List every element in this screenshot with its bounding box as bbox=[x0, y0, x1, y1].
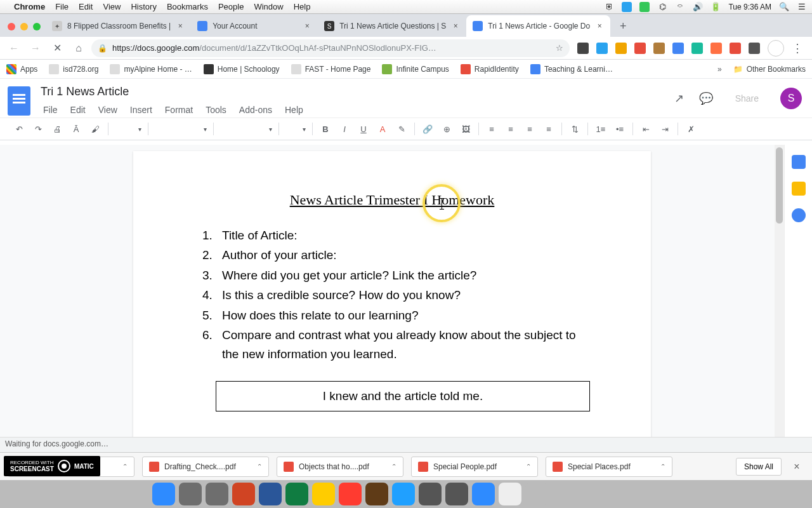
dock-app-icon[interactable] bbox=[259, 483, 282, 505]
profile-button[interactable] bbox=[768, 40, 784, 57]
docs-menu-edit[interactable]: Edit bbox=[65, 102, 91, 117]
forward-button[interactable]: → bbox=[27, 39, 44, 57]
browser-tab[interactable]: Your Account × bbox=[191, 15, 318, 37]
styles-dropdown[interactable] bbox=[152, 121, 209, 137]
scrollbar-thumb[interactable] bbox=[776, 147, 783, 224]
activity-icon[interactable]: ↗ bbox=[672, 91, 687, 106]
font-dropdown[interactable] bbox=[218, 121, 275, 137]
show-all-downloads-button[interactable]: Show All bbox=[736, 458, 782, 476]
bookmark-item[interactable]: FAST - Home Page bbox=[291, 64, 371, 74]
dock-app-icon[interactable] bbox=[365, 483, 388, 505]
fontsize-dropdown[interactable] bbox=[283, 121, 308, 137]
browser-tab[interactable]: S Tri 1 News Article Questions | S × bbox=[318, 15, 466, 37]
tab-close-button[interactable]: × bbox=[451, 22, 460, 30]
bookmark-star-icon[interactable]: ☆ bbox=[556, 43, 563, 53]
extension-icon[interactable] bbox=[691, 43, 703, 54]
dock-app-icon[interactable] bbox=[472, 483, 495, 505]
list-item[interactable]: Compare and contrast what you already kn… bbox=[216, 326, 590, 363]
home-button[interactable]: ⌂ bbox=[70, 39, 88, 57]
undo-button[interactable]: ↶ bbox=[10, 120, 28, 138]
align-left-button[interactable]: ≡ bbox=[483, 120, 501, 138]
bookmarks-overflow-button[interactable]: » bbox=[717, 65, 722, 74]
clear-formatting-button[interactable]: ✗ bbox=[682, 120, 700, 138]
extension-icon[interactable] bbox=[749, 43, 760, 54]
docs-menu-format[interactable]: Format bbox=[160, 102, 198, 117]
highlight-button[interactable]: ✎ bbox=[393, 120, 410, 138]
dock-app-icon[interactable] bbox=[419, 483, 442, 505]
calendar-addon-icon[interactable] bbox=[792, 155, 806, 169]
bulleted-list-button[interactable]: •≡ bbox=[611, 120, 629, 138]
document-list[interactable]: Title of Article:Author of your article:… bbox=[194, 226, 590, 363]
download-menu-button[interactable]: ⌃ bbox=[122, 463, 128, 470]
docs-logo-icon[interactable] bbox=[8, 86, 30, 116]
bookmark-item[interactable]: isd728.org bbox=[49, 64, 98, 74]
bookmark-item[interactable]: Infinite Campus bbox=[382, 64, 449, 74]
apps-button[interactable]: Apps bbox=[6, 64, 37, 74]
dock-app-icon[interactable] bbox=[499, 483, 521, 505]
tab-close-button[interactable]: × bbox=[303, 22, 311, 30]
numbered-list-button[interactable]: 1≡ bbox=[592, 120, 610, 138]
list-item[interactable]: How does this relate to our learning? bbox=[216, 306, 590, 324]
document-title-input[interactable]: Tri 1 News Article bbox=[38, 84, 664, 100]
menu-file[interactable]: File bbox=[55, 2, 69, 11]
extension-icon[interactable] bbox=[710, 43, 722, 54]
download-menu-button[interactable]: ⌃ bbox=[526, 463, 531, 470]
battery-icon[interactable]: 🔋 bbox=[710, 2, 721, 12]
dock-app-icon[interactable] bbox=[525, 483, 548, 505]
dock-app-icon[interactable] bbox=[392, 483, 415, 505]
bold-button[interactable]: B bbox=[317, 120, 334, 138]
address-bar[interactable]: 🔒 https://docs.google.com/document/d/1aZ… bbox=[91, 39, 570, 57]
dock-app-icon[interactable] bbox=[445, 483, 468, 505]
download-item[interactable]: Special Places.pdf⌃ bbox=[546, 457, 672, 477]
share-button[interactable]: Share bbox=[725, 88, 769, 109]
decrease-indent-button[interactable]: ⇤ bbox=[637, 120, 655, 138]
dock-app-icon[interactable] bbox=[179, 483, 202, 505]
list-item[interactable]: Is this a credible source? How do you kn… bbox=[216, 286, 590, 304]
tab-close-button[interactable]: × bbox=[176, 22, 185, 30]
spellcheck-button[interactable]: Ā bbox=[67, 120, 85, 138]
extension-icon[interactable] bbox=[730, 43, 741, 54]
wifi-icon[interactable]: ⌔ bbox=[675, 2, 685, 12]
dock-app-icon[interactable] bbox=[232, 483, 255, 505]
menu-bookmarks[interactable]: Bookmarks bbox=[167, 2, 208, 11]
status-shield-icon[interactable]: ⛨ bbox=[604, 2, 614, 12]
extension-icon[interactable] bbox=[615, 43, 627, 54]
docs-menu-addons[interactable]: Add-ons bbox=[234, 102, 277, 117]
window-minimize-button[interactable] bbox=[20, 23, 28, 30]
window-close-button[interactable] bbox=[8, 23, 15, 30]
status-jamf-icon[interactable] bbox=[639, 2, 650, 12]
menu-window[interactable]: Window bbox=[254, 2, 283, 11]
list-item[interactable]: Where did you get your article? Link the… bbox=[216, 266, 590, 284]
docs-menu-file[interactable]: File bbox=[38, 102, 63, 117]
list-item[interactable]: Author of your article: bbox=[216, 246, 590, 264]
bookmark-item[interactable]: RapidIdentity bbox=[461, 64, 519, 74]
close-downloads-shelf-button[interactable]: × bbox=[789, 459, 804, 474]
extension-icon[interactable] bbox=[596, 43, 608, 54]
line-spacing-button[interactable]: ⇅ bbox=[566, 120, 584, 138]
status-app-icon[interactable] bbox=[622, 2, 632, 12]
browser-tab-active[interactable]: Tri 1 News Article - Google Do × bbox=[466, 15, 610, 37]
redo-button[interactable]: ↷ bbox=[29, 120, 47, 138]
increase-indent-button[interactable]: ⇥ bbox=[656, 120, 674, 138]
spotlight-icon[interactable]: 🔍 bbox=[779, 2, 789, 12]
extension-icon[interactable] bbox=[577, 43, 589, 54]
bookmark-item[interactable]: Home | Schoology bbox=[204, 64, 280, 74]
extension-icon[interactable] bbox=[634, 43, 646, 54]
extension-icon[interactable] bbox=[653, 43, 665, 54]
print-button[interactable]: 🖨 bbox=[48, 120, 66, 138]
document-heading[interactable]: News Article Trimester I Homework bbox=[194, 192, 590, 208]
menu-view[interactable]: View bbox=[103, 2, 121, 11]
new-tab-button[interactable]: + bbox=[614, 17, 632, 35]
paint-format-button[interactable]: 🖌 bbox=[86, 120, 104, 138]
keep-addon-icon[interactable] bbox=[792, 182, 806, 196]
download-menu-button[interactable]: ⌃ bbox=[257, 463, 262, 470]
docs-menu-tools[interactable]: Tools bbox=[200, 102, 232, 117]
tab-close-button[interactable]: × bbox=[595, 22, 604, 30]
dock-app-icon[interactable] bbox=[152, 483, 175, 505]
insert-image-button[interactable]: 🖼 bbox=[457, 120, 475, 138]
menu-edit[interactable]: Edit bbox=[79, 2, 93, 11]
download-item[interactable]: Drafting_Check....pdf⌃ bbox=[142, 457, 269, 477]
italic-button[interactable]: I bbox=[336, 120, 353, 138]
volume-icon[interactable]: 🔊 bbox=[693, 2, 703, 12]
insert-link-button[interactable]: 🔗 bbox=[419, 120, 436, 138]
